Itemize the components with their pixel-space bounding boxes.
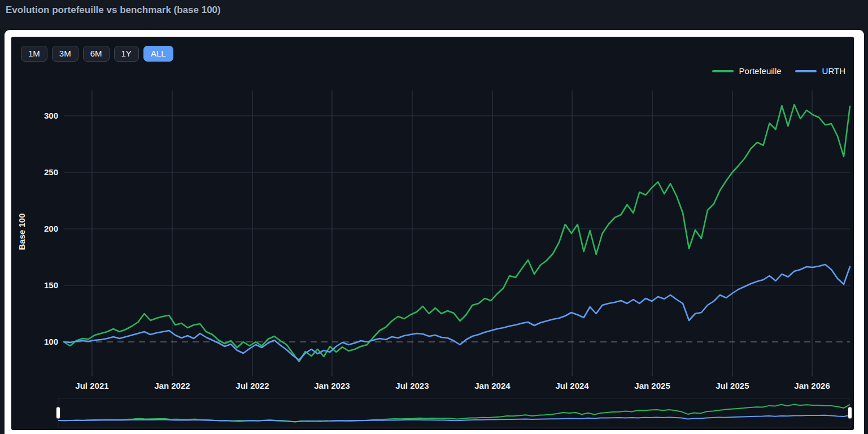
plot-area[interactable] xyxy=(64,90,850,373)
x-tick-label: Jan 2026 xyxy=(794,381,830,390)
x-tick-label: Jul 2025 xyxy=(716,381,749,390)
y-tick-label: 150 xyxy=(44,280,58,290)
page-title: Evolution portefeuille vs benchmark (bas… xyxy=(6,5,221,16)
y-tick-label: 200 xyxy=(44,224,58,233)
range-slider-handle-right[interactable] xyxy=(848,407,852,419)
y-tick-label: 300 xyxy=(44,111,58,120)
range-button-3m[interactable]: 3M xyxy=(52,46,78,62)
chart-legend: PortefeuilleURTH xyxy=(712,66,845,76)
x-tick-label: Jan 2023 xyxy=(314,381,350,390)
x-tick-label: Jul 2023 xyxy=(395,381,429,390)
range-button-6m[interactable]: 6M xyxy=(83,46,110,62)
x-tick-label: Jan 2024 xyxy=(474,381,511,390)
range-button-1m[interactable]: 1M xyxy=(21,46,47,62)
legend-label: URTH xyxy=(822,66,845,76)
legend-line-swatch xyxy=(712,70,734,72)
legend-label: Portefeuille xyxy=(739,66,782,76)
x-tick-label: Jan 2025 xyxy=(634,381,670,390)
range-selector: 1M3M6M1YALL xyxy=(21,46,173,62)
legend-item-portefeuille[interactable]: Portefeuille xyxy=(712,66,782,76)
range-slider-handle-left[interactable] xyxy=(56,407,60,419)
y-tick-label: 250 xyxy=(44,167,58,177)
legend-item-urth[interactable]: URTH xyxy=(795,66,845,76)
chart-card: 100150200250300Jul 2021Jan 2022Jul 2022J… xyxy=(5,30,864,434)
x-tick-label: Jul 2022 xyxy=(235,381,269,390)
y-axis-title: Base 100 xyxy=(17,213,27,250)
range-button-1y[interactable]: 1Y xyxy=(114,46,139,62)
y-tick-label: 100 xyxy=(44,337,58,346)
range-button-all[interactable]: ALL xyxy=(143,46,173,62)
x-tick-label: Jul 2021 xyxy=(75,381,108,390)
chart-canvas: 100150200250300Jul 2021Jan 2022Jul 2022J… xyxy=(11,37,854,430)
range-slider-track[interactable] xyxy=(58,398,850,428)
x-tick-label: Jul 2024 xyxy=(555,381,589,390)
x-tick-label: Jan 2022 xyxy=(154,381,190,390)
chart-svg: 100150200250300Jul 2021Jan 2022Jul 2022J… xyxy=(11,37,854,430)
legend-line-swatch xyxy=(795,70,817,72)
